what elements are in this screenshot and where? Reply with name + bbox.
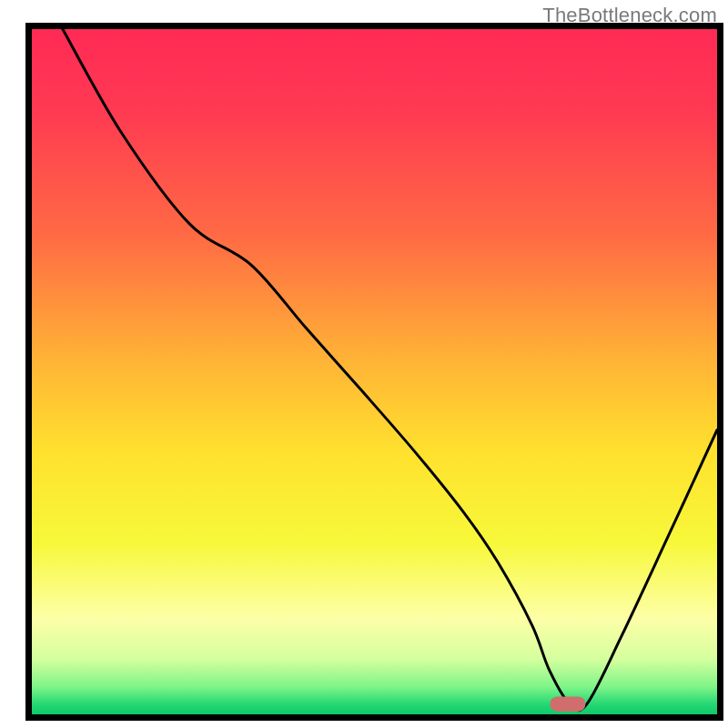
svg-rect-1 xyxy=(25,714,723,721)
optimal-marker xyxy=(550,696,585,712)
svg-rect-0 xyxy=(25,23,32,721)
chart-wrapper: TheBottleneck.com xyxy=(0,0,728,728)
svg-rect-3 xyxy=(717,23,723,721)
plot-area xyxy=(25,23,723,721)
bottleneck-chart xyxy=(0,0,728,728)
svg-rect-2 xyxy=(25,23,723,29)
gradient-background xyxy=(32,29,717,714)
